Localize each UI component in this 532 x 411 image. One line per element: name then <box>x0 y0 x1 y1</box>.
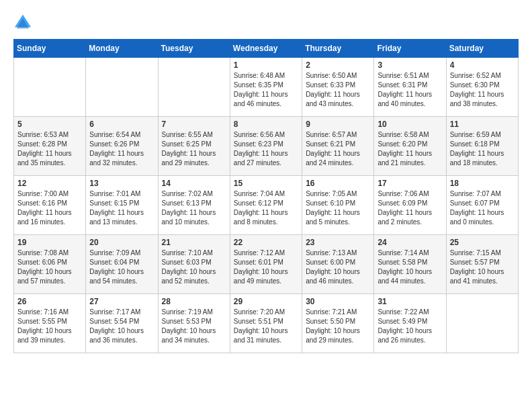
calendar-cell: 6Sunrise: 6:54 AMSunset: 6:26 PMDaylight… <box>86 117 158 176</box>
day-number: 6 <box>89 120 154 129</box>
calendar-cell: 25Sunrise: 7:15 AMSunset: 5:57 PMDayligh… <box>446 235 518 294</box>
calendar-week-3: 12Sunrise: 7:00 AMSunset: 6:16 PMDayligh… <box>14 176 519 235</box>
day-info: Sunrise: 6:54 AMSunset: 6:26 PMDaylight:… <box>89 130 154 168</box>
weekday-header-friday: Friday <box>374 40 446 58</box>
day-info: Sunrise: 7:17 AMSunset: 5:54 PMDaylight:… <box>89 308 154 345</box>
day-info: Sunrise: 6:58 AMSunset: 6:20 PMDaylight:… <box>378 130 442 168</box>
calendar-cell: 4Sunrise: 6:52 AMSunset: 6:30 PMDaylight… <box>446 58 518 117</box>
day-number: 16 <box>306 179 370 188</box>
calendar-cell: 12Sunrise: 7:00 AMSunset: 6:16 PMDayligh… <box>14 176 86 235</box>
calendar-week-2: 5Sunrise: 6:53 AMSunset: 6:28 PMDaylight… <box>14 117 519 176</box>
day-info: Sunrise: 6:50 AMSunset: 6:33 PMDaylight:… <box>306 71 370 109</box>
calendar-cell: 18Sunrise: 7:07 AMSunset: 6:07 PMDayligh… <box>446 176 518 235</box>
day-info: Sunrise: 7:09 AMSunset: 6:04 PMDaylight:… <box>89 248 154 286</box>
day-number: 8 <box>234 120 298 129</box>
calendar-cell: 10Sunrise: 6:58 AMSunset: 6:20 PMDayligh… <box>374 117 446 176</box>
calendar-cell: 26Sunrise: 7:16 AMSunset: 5:55 PMDayligh… <box>14 294 86 353</box>
calendar-cell: 3Sunrise: 6:51 AMSunset: 6:31 PMDaylight… <box>374 58 446 117</box>
weekday-header-saturday: Saturday <box>446 40 518 58</box>
calendar-cell: 7Sunrise: 6:55 AMSunset: 6:25 PMDaylight… <box>158 117 230 176</box>
weekday-header-monday: Monday <box>86 40 158 58</box>
day-number: 30 <box>306 297 370 306</box>
weekday-header-thursday: Thursday <box>302 40 374 58</box>
calendar-cell: 5Sunrise: 6:53 AMSunset: 6:28 PMDaylight… <box>14 117 86 176</box>
weekday-header-wednesday: Wednesday <box>230 40 302 58</box>
calendar-cell: 21Sunrise: 7:10 AMSunset: 6:03 PMDayligh… <box>158 235 230 294</box>
day-number: 18 <box>450 179 515 188</box>
day-number: 13 <box>89 179 154 188</box>
calendar-cell: 31Sunrise: 7:22 AMSunset: 5:49 PMDayligh… <box>374 294 446 353</box>
day-number: 27 <box>89 297 154 306</box>
calendar-cell: 17Sunrise: 7:06 AMSunset: 6:09 PMDayligh… <box>374 176 446 235</box>
calendar-cell: 14Sunrise: 7:02 AMSunset: 6:13 PMDayligh… <box>158 176 230 235</box>
day-number: 23 <box>306 238 370 247</box>
calendar-cell <box>14 58 86 117</box>
day-number: 28 <box>162 297 226 306</box>
weekday-header-row: SundayMondayTuesdayWednesdayThursdayFrid… <box>14 40 519 58</box>
day-number: 31 <box>378 297 442 306</box>
day-info: Sunrise: 7:15 AMSunset: 5:57 PMDaylight:… <box>450 248 515 286</box>
day-number: 11 <box>450 120 515 129</box>
day-info: Sunrise: 7:19 AMSunset: 5:53 PMDaylight:… <box>162 308 226 345</box>
day-number: 29 <box>234 297 298 306</box>
calendar-cell: 19Sunrise: 7:08 AMSunset: 6:06 PMDayligh… <box>14 235 86 294</box>
day-info: Sunrise: 7:01 AMSunset: 6:15 PMDaylight:… <box>89 189 154 227</box>
day-info: Sunrise: 7:13 AMSunset: 6:00 PMDaylight:… <box>306 248 370 286</box>
day-number: 1 <box>234 60 298 70</box>
calendar-cell: 30Sunrise: 7:21 AMSunset: 5:50 PMDayligh… <box>302 294 374 353</box>
day-info: Sunrise: 7:20 AMSunset: 5:51 PMDaylight:… <box>234 308 298 345</box>
day-number: 20 <box>89 238 154 247</box>
calendar-cell: 27Sunrise: 7:17 AMSunset: 5:54 PMDayligh… <box>86 294 158 353</box>
day-info: Sunrise: 7:00 AMSunset: 6:16 PMDaylight:… <box>17 189 82 227</box>
calendar-cell: 13Sunrise: 7:01 AMSunset: 6:15 PMDayligh… <box>86 176 158 235</box>
day-info: Sunrise: 6:51 AMSunset: 6:31 PMDaylight:… <box>378 71 442 109</box>
page-header <box>13 13 519 32</box>
day-info: Sunrise: 7:07 AMSunset: 6:07 PMDaylight:… <box>450 189 515 227</box>
day-info: Sunrise: 7:14 AMSunset: 5:58 PMDaylight:… <box>378 248 442 286</box>
calendar-cell: 2Sunrise: 6:50 AMSunset: 6:33 PMDaylight… <box>302 58 374 117</box>
calendar-week-1: 1Sunrise: 6:48 AMSunset: 6:35 PMDaylight… <box>14 58 519 117</box>
day-info: Sunrise: 7:22 AMSunset: 5:49 PMDaylight:… <box>378 308 442 345</box>
day-info: Sunrise: 6:59 AMSunset: 6:18 PMDaylight:… <box>450 130 515 168</box>
calendar-cell: 22Sunrise: 7:12 AMSunset: 6:01 PMDayligh… <box>230 235 302 294</box>
calendar-week-4: 19Sunrise: 7:08 AMSunset: 6:06 PMDayligh… <box>14 235 519 294</box>
day-info: Sunrise: 6:48 AMSunset: 6:35 PMDaylight:… <box>234 71 298 109</box>
weekday-header-tuesday: Tuesday <box>158 40 230 58</box>
day-number: 2 <box>306 60 370 70</box>
day-number: 4 <box>450 60 515 70</box>
day-info: Sunrise: 6:52 AMSunset: 6:30 PMDaylight:… <box>450 71 515 109</box>
day-number: 26 <box>17 297 82 306</box>
day-info: Sunrise: 7:16 AMSunset: 5:55 PMDaylight:… <box>17 308 82 345</box>
calendar-cell: 23Sunrise: 7:13 AMSunset: 6:00 PMDayligh… <box>302 235 374 294</box>
day-info: Sunrise: 7:21 AMSunset: 5:50 PMDaylight:… <box>306 308 370 345</box>
day-number: 22 <box>234 238 298 247</box>
calendar-cell: 1Sunrise: 6:48 AMSunset: 6:35 PMDaylight… <box>230 58 302 117</box>
calendar-cell: 24Sunrise: 7:14 AMSunset: 5:58 PMDayligh… <box>374 235 446 294</box>
logo-icon <box>13 13 32 32</box>
day-number: 19 <box>17 238 82 247</box>
day-number: 3 <box>378 60 442 70</box>
day-number: 12 <box>17 179 82 188</box>
calendar-cell: 28Sunrise: 7:19 AMSunset: 5:53 PMDayligh… <box>158 294 230 353</box>
calendar-cell <box>158 58 230 117</box>
day-info: Sunrise: 7:05 AMSunset: 6:10 PMDaylight:… <box>306 189 370 227</box>
calendar-cell: 29Sunrise: 7:20 AMSunset: 5:51 PMDayligh… <box>230 294 302 353</box>
calendar-cell: 11Sunrise: 6:59 AMSunset: 6:18 PMDayligh… <box>446 117 518 176</box>
day-number: 24 <box>378 238 442 247</box>
day-info: Sunrise: 7:12 AMSunset: 6:01 PMDaylight:… <box>234 248 298 286</box>
calendar-cell: 20Sunrise: 7:09 AMSunset: 6:04 PMDayligh… <box>86 235 158 294</box>
day-info: Sunrise: 7:10 AMSunset: 6:03 PMDaylight:… <box>162 248 226 286</box>
day-number: 21 <box>162 238 226 247</box>
day-number: 25 <box>450 238 515 247</box>
calendar-cell <box>86 58 158 117</box>
calendar-cell: 8Sunrise: 6:56 AMSunset: 6:23 PMDaylight… <box>230 117 302 176</box>
calendar-cell: 16Sunrise: 7:05 AMSunset: 6:10 PMDayligh… <box>302 176 374 235</box>
logo <box>13 13 35 32</box>
day-info: Sunrise: 6:55 AMSunset: 6:25 PMDaylight:… <box>162 130 226 168</box>
day-number: 17 <box>378 179 442 188</box>
day-info: Sunrise: 6:57 AMSunset: 6:21 PMDaylight:… <box>306 130 370 168</box>
day-info: Sunrise: 7:06 AMSunset: 6:09 PMDaylight:… <box>378 189 442 227</box>
day-info: Sunrise: 6:53 AMSunset: 6:28 PMDaylight:… <box>17 130 82 168</box>
day-number: 14 <box>162 179 226 188</box>
day-info: Sunrise: 7:04 AMSunset: 6:12 PMDaylight:… <box>234 189 298 227</box>
